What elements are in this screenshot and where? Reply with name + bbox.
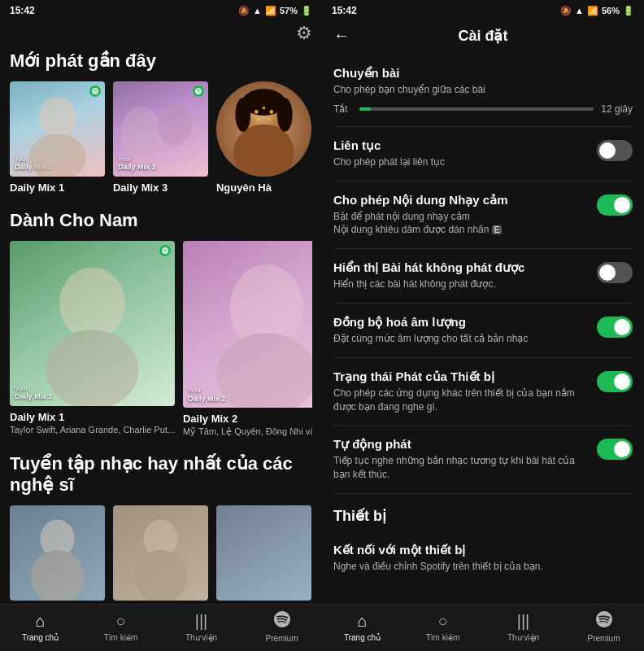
left-time: 15:42: [10, 5, 35, 16]
card-mix1-image: Your Daily Mix 1: [10, 241, 175, 406]
right-nav-search[interactable]: ○ Tìm kiếm: [402, 612, 483, 642]
right-premium-icon: [596, 611, 612, 631]
section3-title: Tuyển tập nhạc hay nhất của các nghệ sĩ: [10, 453, 312, 496]
svg-point-19: [31, 550, 85, 601]
setting-lien-tuc-desc: Cho phép phát lại liên tục: [333, 155, 590, 169]
search-icon: ○: [115, 612, 125, 631]
setting-trang-thai-phat: Trạng thái Phát của Thiết bị Cho phép cá…: [333, 358, 633, 426]
toggle-lien-tuc[interactable]: [597, 140, 633, 161]
right-status-icons: 🔕 ▲ 📶 56% 🔋: [560, 6, 634, 16]
card-mix2-image: Your Daily Mix 2: [183, 241, 312, 408]
setting-ket-noi[interactable]: Kết nối với một thiết bị Nghe và điều ch…: [333, 531, 633, 585]
card-for-you-mix2[interactable]: Your Daily Mix 2 Daily Mix 2 Mỹ Tâm, Lệ …: [183, 241, 312, 437]
toggle-nhay-cam[interactable]: [597, 194, 633, 216]
setting-trang-thai-name: Trạng thái Phát của Thiết bị: [333, 369, 590, 384]
crossfade-slider-row: Tắt 12 giây: [333, 103, 633, 115]
card-fy-mix2-sub: Mỹ Tâm, Lệ Quyên, Đông Nhi và nhiều ...: [183, 426, 312, 437]
svg-point-14: [59, 267, 125, 339]
slider-off-label: Tắt: [333, 103, 353, 115]
setting-hien-thi-desc: Hiển thị các bài hát không phát được.: [333, 277, 590, 291]
right-bottom-nav: ⌂ Trang chủ ○ Tìm kiếm ||| Thư viện Prem…: [322, 604, 644, 651]
card-daily-mix-1-image: Your Daily Mix 1: [10, 81, 105, 177]
crossfade-slider-track[interactable]: [359, 107, 594, 111]
toggle-trang-thai[interactable]: [597, 371, 633, 392]
right-nav-library[interactable]: ||| Thư viện: [483, 612, 564, 642]
setting-ket-noi-desc: Nghe và điều chỉnh Spotify trên thiết bị…: [333, 560, 633, 574]
svg-point-17: [216, 333, 312, 408]
right-nav-premium[interactable]: Premium: [564, 611, 644, 643]
right-header: ← Cài đặt: [322, 20, 644, 55]
artist-card-2[interactable]: [113, 505, 208, 601]
artist-card-3[interactable]: [216, 505, 311, 601]
nav-home[interactable]: ⌂ Trang chủ: [0, 612, 80, 642]
nav-search-label: Tìm kiếm: [104, 633, 138, 642]
setting-nhay-cam-name: Cho phép Nội dung Nhạy cảm: [333, 193, 590, 208]
setting-trang-thai-desc: Cho phép các ứng dụng khác trên thiết bị…: [333, 387, 590, 414]
svg-point-11: [269, 110, 273, 114]
section2-title: Dành Cho Nam: [10, 210, 312, 231]
svg-point-21: [134, 550, 188, 601]
card-fy-mix1-sub: Taylor Swift, Ariana Grande, Charlie Put…: [10, 425, 175, 435]
nav-library[interactable]: ||| Thư viện: [161, 612, 242, 642]
right-status-bar: 15:42 🔕 ▲ 📶 56% 🔋: [322, 0, 644, 20]
nav-home-label: Trang chủ: [22, 633, 59, 642]
nav-premium-label: Premium: [265, 634, 298, 643]
right-panel: 15:42 🔕 ▲ 📶 56% 🔋 ← Cài đặt Chuyển bài C…: [322, 0, 644, 651]
right-nav-premium-label: Premium: [587, 634, 620, 643]
card-for-you-mix1[interactable]: Your Daily Mix 1 Daily Mix 1 Taylor Swif…: [10, 241, 175, 437]
setting-tu-dong-name: Tự động phát: [333, 437, 590, 452]
settings-icon[interactable]: ⚙: [296, 23, 312, 44]
right-nav-home-label: Trang chủ: [344, 633, 381, 642]
left-status-bar: 15:42 🔕 ▲ 📶 57% 🔋: [0, 0, 322, 20]
card-nguyen-ha-name: Nguyên Hà: [216, 181, 311, 194]
nav-library-label: Thư viện: [185, 633, 217, 642]
setting-lien-tuc: Liên tục Cho phép phát lại liên tục: [333, 127, 633, 181]
setting-tu-dong-phat: Tự động phát Tiếp tục nghe những bản nhạ…: [333, 426, 633, 494]
card-fy-mix1-name: Daily Mix 1: [10, 411, 175, 423]
right-nav-search-label: Tìm kiếm: [426, 633, 460, 642]
setting-chuyen-bai: Chuyển bài Cho phép bạn chuyển giữa các …: [333, 55, 633, 127]
card-daily-mix-3[interactable]: Your Daily Mix 3 Daily Mix 3: [113, 81, 208, 194]
svg-point-10: [263, 107, 266, 110]
settings-title: Cài đặt: [458, 27, 507, 45]
toggle-hien-thi[interactable]: [597, 262, 633, 283]
left-bottom-nav: ⌂ Trang chủ ○ Tìm kiếm ||| Thư viện Prem…: [0, 604, 322, 651]
for-you-row: Your Daily Mix 1 Daily Mix 1 Taylor Swif…: [10, 241, 312, 437]
section1-title: Mới phát gần đây: [10, 50, 312, 72]
back-button[interactable]: ←: [333, 26, 350, 45]
setting-ket-noi-name: Kết nối với một thiết bị: [333, 543, 633, 557]
crossfade-slider-fill: [359, 107, 371, 111]
right-home-icon: ⌂: [357, 612, 367, 631]
setting-dong-bo-name: Đồng bộ hoá âm lượng: [333, 315, 590, 330]
library-icon: |||: [195, 612, 208, 631]
thiet-bi-title: Thiết bị: [333, 507, 633, 525]
home-icon: ⌂: [35, 612, 45, 631]
card-nguyen-ha[interactable]: Nguyên Hà: [216, 81, 311, 194]
setting-dong-bo-desc: Đặt cùng mức âm lượng cho tất cả bản nhạ…: [333, 332, 590, 346]
setting-tu-dong-desc: Tiếp tục nghe những bản nhạc tương tự kh…: [333, 454, 590, 482]
svg-point-15: [46, 330, 139, 406]
slider-on-label: 12 giây: [600, 103, 633, 115]
toggle-tu-dong[interactable]: [597, 439, 633, 460]
left-panel: 15:42 🔕 ▲ 📶 57% 🔋 ⚙ Mới phát gần đây You…: [0, 0, 322, 651]
setting-noi-dung-nhay-cam: Cho phép Nội dung Nhạy cảm Bật để phát n…: [333, 181, 633, 250]
svg-point-9: [255, 110, 259, 114]
svg-point-8: [277, 98, 293, 132]
svg-point-12: [257, 118, 260, 121]
artists-row: [10, 505, 312, 601]
card-daily-mix-1[interactable]: Your Daily Mix 1 Daily Mix 1: [10, 81, 105, 194]
svg-point-2: [120, 107, 162, 161]
svg-point-3: [158, 103, 192, 145]
setting-chuyen-bai-name: Chuyển bài: [333, 66, 633, 81]
toggle-dong-bo[interactable]: [597, 317, 633, 338]
artist-card-1[interactable]: [10, 505, 105, 601]
nav-premium[interactable]: Premium: [242, 611, 322, 643]
right-library-icon: |||: [517, 612, 530, 631]
svg-point-13: [268, 118, 272, 121]
nav-search[interactable]: ○ Tìm kiếm: [80, 612, 161, 642]
setting-hien-thi-name: Hiển thị Bài hát không phát được: [333, 260, 590, 275]
left-content: Mới phát gần đây Your Daily Mix 1 Dail: [0, 50, 322, 604]
thiet-bi-section-header: Thiết bị: [333, 494, 633, 531]
card-daily-mix-1-name: Daily Mix 1: [10, 181, 105, 194]
right-nav-home[interactable]: ⌂ Trang chủ: [322, 612, 402, 642]
